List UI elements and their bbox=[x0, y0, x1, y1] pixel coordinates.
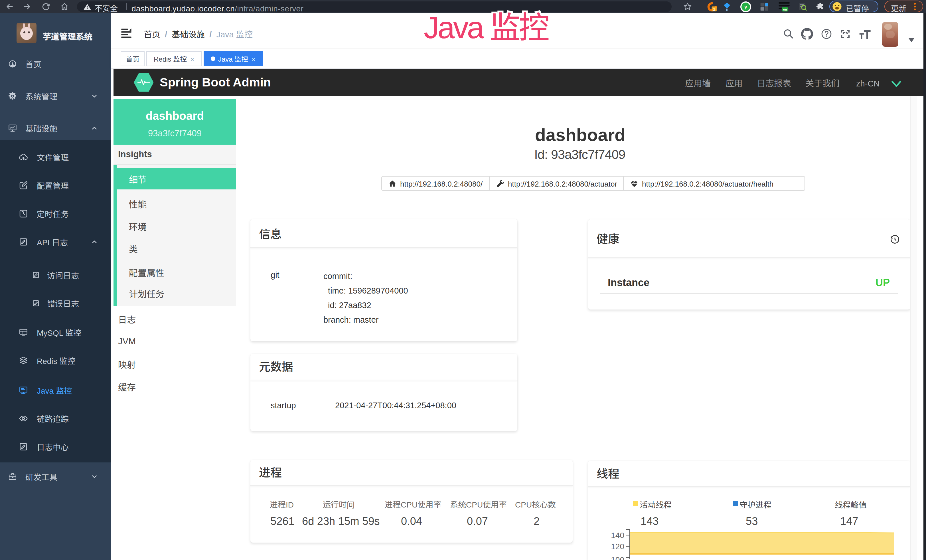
svg-text:1: 1 bbox=[713, 7, 715, 11]
svg-text:100: 100 bbox=[611, 555, 624, 560]
svg-text:on: on bbox=[783, 8, 787, 11]
svg-text:120: 120 bbox=[611, 542, 624, 551]
svg-text:140: 140 bbox=[611, 531, 624, 540]
svg-text:y: y bbox=[744, 4, 747, 10]
